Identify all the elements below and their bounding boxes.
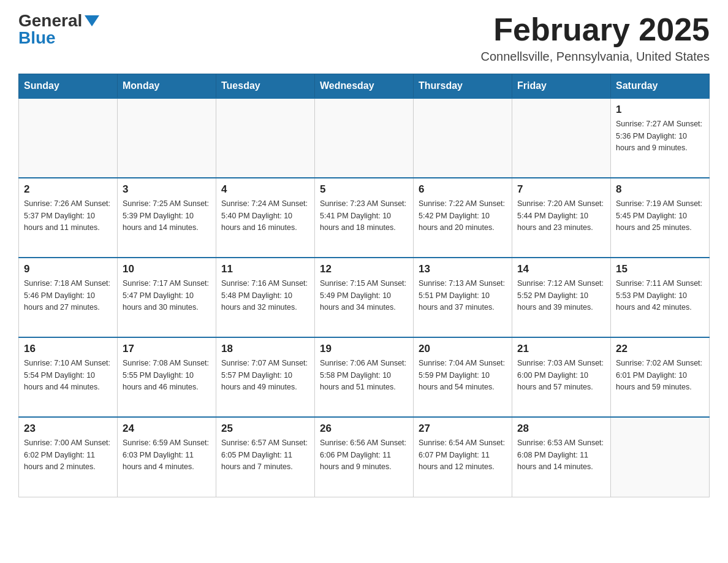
day-info: Sunrise: 7:13 AM Sunset: 5:51 PM Dayligh… bbox=[419, 278, 507, 313]
calendar-cell: 3Sunrise: 7:25 AM Sunset: 5:39 PM Daylig… bbox=[118, 178, 216, 258]
day-number: 26 bbox=[320, 423, 408, 435]
day-header-saturday: Saturday bbox=[611, 74, 710, 99]
day-info: Sunrise: 7:12 AM Sunset: 5:52 PM Dayligh… bbox=[517, 278, 605, 313]
calendar-cell: 21Sunrise: 7:03 AM Sunset: 6:00 PM Dayli… bbox=[512, 337, 611, 417]
day-number: 11 bbox=[221, 263, 309, 275]
day-info: Sunrise: 7:16 AM Sunset: 5:48 PM Dayligh… bbox=[221, 278, 309, 313]
day-header-monday: Monday bbox=[118, 74, 216, 99]
calendar-cell bbox=[512, 98, 611, 178]
day-info: Sunrise: 6:56 AM Sunset: 6:06 PM Dayligh… bbox=[320, 437, 408, 473]
day-info: Sunrise: 7:25 AM Sunset: 5:39 PM Dayligh… bbox=[123, 198, 211, 234]
day-info: Sunrise: 7:20 AM Sunset: 5:44 PM Dayligh… bbox=[517, 198, 605, 234]
calendar-cell: 19Sunrise: 7:06 AM Sunset: 5:58 PM Dayli… bbox=[315, 337, 414, 417]
calendar-cell: 11Sunrise: 7:16 AM Sunset: 5:48 PM Dayli… bbox=[216, 258, 315, 337]
day-number: 12 bbox=[320, 263, 408, 275]
day-number: 3 bbox=[123, 183, 211, 196]
day-info: Sunrise: 6:54 AM Sunset: 6:07 PM Dayligh… bbox=[419, 437, 507, 473]
calendar-cell: 1Sunrise: 7:27 AM Sunset: 5:36 PM Daylig… bbox=[611, 98, 710, 178]
calendar-table: SundayMondayTuesdayWednesdayThursdayFrid… bbox=[18, 74, 710, 497]
day-header-friday: Friday bbox=[512, 74, 611, 99]
logo-general: General bbox=[18, 12, 82, 29]
calendar-cell: 2Sunrise: 7:26 AM Sunset: 5:37 PM Daylig… bbox=[19, 178, 118, 258]
day-info: Sunrise: 7:23 AM Sunset: 5:41 PM Dayligh… bbox=[320, 198, 408, 234]
day-info: Sunrise: 7:17 AM Sunset: 5:47 PM Dayligh… bbox=[123, 278, 211, 313]
day-number: 18 bbox=[221, 343, 309, 355]
calendar-cell bbox=[315, 98, 414, 178]
calendar-cell: 17Sunrise: 7:08 AM Sunset: 5:55 PM Dayli… bbox=[118, 337, 216, 417]
day-info: Sunrise: 7:04 AM Sunset: 5:59 PM Dayligh… bbox=[419, 358, 507, 393]
week-row-4: 16Sunrise: 7:10 AM Sunset: 5:54 PM Dayli… bbox=[19, 337, 710, 417]
calendar-cell: 24Sunrise: 6:59 AM Sunset: 6:03 PM Dayli… bbox=[118, 417, 216, 497]
day-info: Sunrise: 6:53 AM Sunset: 6:08 PM Dayligh… bbox=[517, 437, 605, 473]
logo-triangle-icon bbox=[85, 15, 99, 26]
calendar-cell: 6Sunrise: 7:22 AM Sunset: 5:42 PM Daylig… bbox=[414, 178, 512, 258]
day-info: Sunrise: 7:27 AM Sunset: 5:36 PM Dayligh… bbox=[616, 118, 704, 154]
day-info: Sunrise: 7:22 AM Sunset: 5:42 PM Dayligh… bbox=[419, 198, 507, 234]
calendar-cell: 13Sunrise: 7:13 AM Sunset: 5:51 PM Dayli… bbox=[414, 258, 512, 337]
day-info: Sunrise: 7:19 AM Sunset: 5:45 PM Dayligh… bbox=[616, 198, 704, 234]
calendar-cell: 4Sunrise: 7:24 AM Sunset: 5:40 PM Daylig… bbox=[216, 178, 315, 258]
day-number: 13 bbox=[419, 263, 507, 275]
day-header-sunday: Sunday bbox=[19, 74, 118, 99]
day-header-tuesday: Tuesday bbox=[216, 74, 315, 99]
calendar-cell: 28Sunrise: 6:53 AM Sunset: 6:08 PM Dayli… bbox=[512, 417, 611, 497]
week-row-3: 9Sunrise: 7:18 AM Sunset: 5:46 PM Daylig… bbox=[19, 258, 710, 337]
day-number: 17 bbox=[123, 343, 211, 355]
day-number: 22 bbox=[616, 343, 704, 355]
day-number: 24 bbox=[123, 423, 211, 435]
calendar-cell: 27Sunrise: 6:54 AM Sunset: 6:07 PM Dayli… bbox=[414, 417, 512, 497]
calendar-cell: 22Sunrise: 7:02 AM Sunset: 6:01 PM Dayli… bbox=[611, 337, 710, 417]
calendar-cell: 25Sunrise: 6:57 AM Sunset: 6:05 PM Dayli… bbox=[216, 417, 315, 497]
day-number: 5 bbox=[320, 183, 408, 196]
day-info: Sunrise: 6:59 AM Sunset: 6:03 PM Dayligh… bbox=[123, 437, 211, 473]
calendar-cell: 26Sunrise: 6:56 AM Sunset: 6:06 PM Dayli… bbox=[315, 417, 414, 497]
day-number: 23 bbox=[24, 423, 112, 435]
calendar-cell: 10Sunrise: 7:17 AM Sunset: 5:47 PM Dayli… bbox=[118, 258, 216, 337]
day-header-wednesday: Wednesday bbox=[315, 74, 414, 99]
calendar-cell: 7Sunrise: 7:20 AM Sunset: 5:44 PM Daylig… bbox=[512, 178, 611, 258]
calendar-cell bbox=[611, 417, 710, 497]
day-number: 28 bbox=[517, 423, 605, 435]
week-row-1: 1Sunrise: 7:27 AM Sunset: 5:36 PM Daylig… bbox=[19, 98, 710, 178]
day-number: 15 bbox=[616, 263, 704, 275]
day-info: Sunrise: 7:11 AM Sunset: 5:53 PM Dayligh… bbox=[616, 278, 704, 313]
calendar-cell bbox=[216, 98, 315, 178]
day-info: Sunrise: 7:06 AM Sunset: 5:58 PM Dayligh… bbox=[320, 358, 408, 393]
day-info: Sunrise: 7:07 AM Sunset: 5:57 PM Dayligh… bbox=[221, 358, 309, 393]
day-info: Sunrise: 7:15 AM Sunset: 5:49 PM Dayligh… bbox=[320, 278, 408, 313]
day-number: 9 bbox=[24, 263, 112, 275]
day-info: Sunrise: 7:02 AM Sunset: 6:01 PM Dayligh… bbox=[616, 358, 704, 393]
calendar-cell: 23Sunrise: 7:00 AM Sunset: 6:02 PM Dayli… bbox=[19, 417, 118, 497]
calendar-subtitle: Connellsville, Pennsylvania, United Stat… bbox=[480, 50, 710, 64]
calendar-cell: 5Sunrise: 7:23 AM Sunset: 5:41 PM Daylig… bbox=[315, 178, 414, 258]
day-number: 14 bbox=[517, 263, 605, 275]
week-row-2: 2Sunrise: 7:26 AM Sunset: 5:37 PM Daylig… bbox=[19, 178, 710, 258]
day-info: Sunrise: 7:03 AM Sunset: 6:00 PM Dayligh… bbox=[517, 358, 605, 393]
logo-blue: Blue bbox=[18, 28, 56, 47]
day-number: 25 bbox=[221, 423, 309, 435]
calendar-cell: 20Sunrise: 7:04 AM Sunset: 5:59 PM Dayli… bbox=[414, 337, 512, 417]
day-info: Sunrise: 7:26 AM Sunset: 5:37 PM Dayligh… bbox=[24, 198, 112, 234]
day-number: 19 bbox=[320, 343, 408, 355]
day-number: 7 bbox=[517, 183, 605, 196]
day-info: Sunrise: 6:57 AM Sunset: 6:05 PM Dayligh… bbox=[221, 437, 309, 473]
calendar-cell bbox=[118, 98, 216, 178]
day-headers-row: SundayMondayTuesdayWednesdayThursdayFrid… bbox=[19, 74, 710, 99]
title-area: February 2025 Connellsville, Pennsylvani… bbox=[480, 12, 710, 64]
day-number: 6 bbox=[419, 183, 507, 196]
week-row-5: 23Sunrise: 7:00 AM Sunset: 6:02 PM Dayli… bbox=[19, 417, 710, 497]
calendar-title: February 2025 bbox=[480, 12, 710, 47]
day-number: 8 bbox=[616, 183, 704, 196]
page-header: General Blue February 2025 Connellsville… bbox=[18, 12, 710, 64]
calendar-cell: 16Sunrise: 7:10 AM Sunset: 5:54 PM Dayli… bbox=[19, 337, 118, 417]
calendar-cell bbox=[19, 98, 118, 178]
calendar-cell: 12Sunrise: 7:15 AM Sunset: 5:49 PM Dayli… bbox=[315, 258, 414, 337]
calendar-cell: 9Sunrise: 7:18 AM Sunset: 5:46 PM Daylig… bbox=[19, 258, 118, 337]
day-number: 10 bbox=[123, 263, 211, 275]
day-number: 4 bbox=[221, 183, 309, 196]
day-info: Sunrise: 7:24 AM Sunset: 5:40 PM Dayligh… bbox=[221, 198, 309, 234]
calendar-cell: 14Sunrise: 7:12 AM Sunset: 5:52 PM Dayli… bbox=[512, 258, 611, 337]
day-info: Sunrise: 7:10 AM Sunset: 5:54 PM Dayligh… bbox=[24, 358, 112, 393]
calendar-cell: 15Sunrise: 7:11 AM Sunset: 5:53 PM Dayli… bbox=[611, 258, 710, 337]
day-header-thursday: Thursday bbox=[414, 74, 512, 99]
